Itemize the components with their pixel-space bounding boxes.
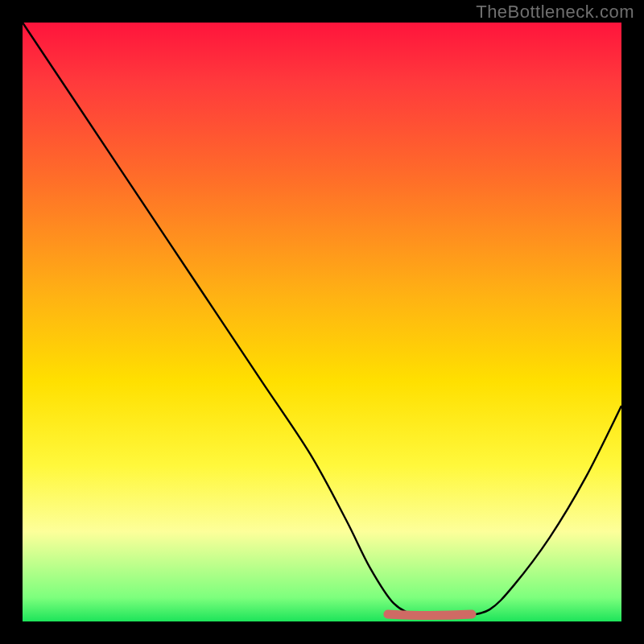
watermark-text: TheBottleneck.com [476, 2, 634, 23]
chart-frame: TheBottleneck.com [0, 0, 644, 644]
highlight-segment-line [388, 614, 472, 616]
chart-svg [23, 23, 621, 621]
bottleneck-curve-line [23, 23, 621, 617]
plot-gradient-background [23, 23, 621, 621]
